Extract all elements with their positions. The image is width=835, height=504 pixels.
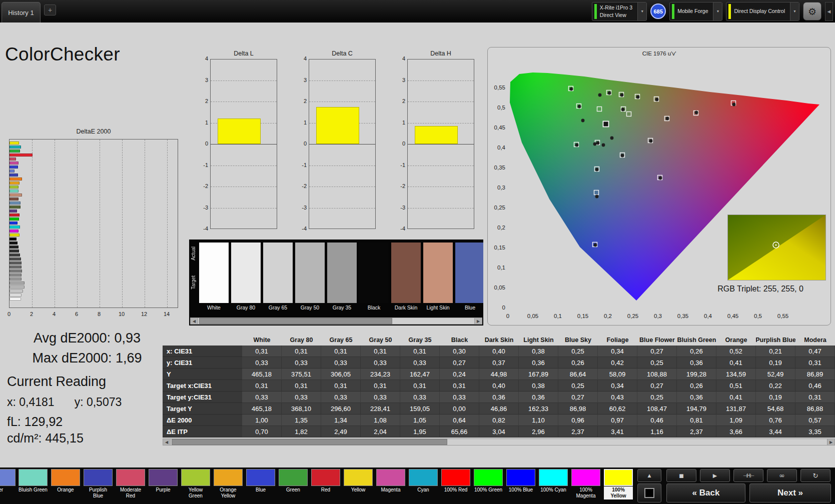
patch-blue[interactable]: Blue	[246, 469, 275, 500]
swatch-label: Blue	[455, 304, 483, 310]
actual-axis-label: Actual	[191, 246, 196, 260]
chevron-down-icon[interactable]: ▼	[790, 2, 799, 20]
meter-profile-badge[interactable]: 685	[650, 4, 666, 19]
patch-purplish-blue[interactable]: Purplish Blue	[84, 469, 113, 500]
cie-measured-dot	[655, 98, 659, 102]
meter-line2: Direct View	[600, 12, 632, 18]
delta-gridline	[408, 80, 474, 81]
tab-history-1[interactable]: History 1	[2, 2, 41, 22]
patch-orange[interactable]: Orange	[51, 469, 80, 500]
scrollbar-thumb[interactable]	[199, 318, 392, 324]
table-cell: 0,40	[479, 380, 519, 392]
collapse-panel-icon[interactable]: ◀	[825, 2, 833, 21]
patch-100-blue[interactable]: 100% Blue	[506, 469, 535, 500]
patch-yellow-green[interactable]: Yellow Green	[181, 469, 210, 500]
chevron-down-icon[interactable]: ▼	[713, 2, 722, 20]
table-cell: 0,31	[242, 380, 282, 392]
patch-100-green[interactable]: 100% Green	[474, 469, 503, 500]
table-cell: 134,59	[716, 368, 756, 380]
delta-y-tick-label: 4	[394, 56, 405, 62]
delta-chart-delta-c: Delta C43210-1-2-3-4	[296, 50, 388, 246]
patch-100-cyan[interactable]: 100% Cyan	[539, 469, 568, 500]
stop-button[interactable]: ■	[666, 469, 696, 482]
table-row-label: ΔE ITP	[163, 426, 242, 438]
patch-color-swatch	[84, 469, 113, 486]
delta-y-tick-label: 2	[296, 98, 307, 104]
patch-moderate-red[interactable]: Moderate Red	[116, 469, 145, 500]
de-patch-bar	[10, 190, 19, 192]
table-cell: 131,87	[716, 403, 756, 414]
scroll-left-icon[interactable]: ◀	[163, 439, 171, 445]
table-cell: 368,10	[282, 403, 321, 414]
pattern-square-icon	[644, 488, 654, 498]
source-selector[interactable]: Mobile Forge ▼	[669, 2, 722, 21]
measure-button[interactable]: ⊣H⊢	[733, 469, 763, 482]
scroll-right-icon[interactable]: ▶	[827, 439, 834, 445]
scrollbar-track[interactable]	[198, 318, 474, 324]
patch-bluish-green[interactable]: Bluish Green	[19, 469, 48, 500]
patch-100-yellow[interactable]: 100% Yellow	[604, 469, 633, 500]
patch-100-magenta[interactable]: 100% Magenta	[571, 469, 600, 500]
gear-icon[interactable]: ⚙	[803, 2, 821, 20]
scrollbar-thumb[interactable]	[172, 439, 447, 445]
meter-selector[interactable]: X-Rite i1Pro 3 Direct View ▼	[592, 2, 647, 21]
add-tab-button[interactable]: +	[44, 4, 56, 16]
scrollbar-track[interactable]	[171, 439, 827, 445]
back-button[interactable]: « Back	[666, 484, 745, 502]
patch-er[interactable]: er	[0, 469, 16, 500]
cie-locus-fill	[488, 48, 830, 325]
table-cell: 1,82	[282, 426, 321, 438]
pattern-window-button[interactable]	[637, 484, 661, 502]
target-axis-label: Target	[191, 276, 196, 290]
delta-gridline	[309, 186, 375, 187]
delta-y-tick-label: 4	[296, 56, 307, 62]
table-row-label: Target x:CIE31	[163, 380, 242, 392]
patch-orange-yellow[interactable]: Orange Yellow	[214, 469, 243, 500]
patch-yellow[interactable]: Yellow	[344, 469, 373, 500]
table-cell: 0,52	[716, 346, 756, 357]
table-cell: 52,49	[756, 368, 795, 380]
delta-chart-delta-l: Delta L43210-1-2-3-4	[197, 50, 289, 246]
table-cell: 0,82	[479, 414, 519, 426]
continuous-measure-button[interactable]: ∞	[767, 469, 797, 482]
table-cell: 108,47	[637, 403, 677, 414]
cie-x-tick-label: 0,1	[554, 313, 562, 319]
table-cell: 162,33	[519, 403, 558, 414]
patch-label: 100% Cyan	[539, 486, 568, 500]
delta-y-tick-label: 0	[296, 140, 307, 146]
inset-point-dot	[775, 244, 777, 246]
delta-chart-plot	[210, 59, 277, 229]
expand-up-button[interactable]: ▲	[637, 469, 661, 482]
patch-red[interactable]: Red	[311, 469, 340, 500]
next-button[interactable]: Next »	[749, 484, 831, 502]
delta-gridline	[408, 186, 474, 187]
table-column-header: Dark Skin	[479, 334, 519, 346]
refresh-button[interactable]: ↻	[800, 469, 830, 482]
de-patch-bar	[10, 294, 22, 296]
patch-purple[interactable]: Purple	[149, 469, 178, 500]
table-scrollbar[interactable]: ◀ ▶	[163, 438, 835, 446]
play-button[interactable]: ▶	[700, 469, 730, 482]
table-cell: 0,21	[756, 346, 795, 357]
scroll-right-icon[interactable]: ▶	[474, 318, 482, 324]
table-cell: 0,34	[598, 346, 637, 357]
patch-cyan[interactable]: Cyan	[409, 469, 438, 500]
display-control-selector[interactable]: Direct Display Control ▼	[726, 2, 799, 21]
swatch-strip: Actual Target WhiteGray 80Gray 65Gray 50…	[189, 240, 483, 326]
chevron-down-icon[interactable]: ▼	[637, 2, 646, 20]
cie-measured-dot	[578, 105, 581, 108]
scroll-left-icon[interactable]: ◀	[191, 318, 198, 324]
delta-gridline	[211, 166, 277, 166]
patch-100-red[interactable]: 100% Red	[441, 469, 470, 500]
swatch-scrollbar[interactable]: ◀ ▶	[190, 318, 482, 324]
patch-color-swatch	[246, 469, 275, 486]
patch-magenta[interactable]: Magenta	[376, 469, 405, 500]
de-patch-bar	[10, 154, 33, 156]
table-cell: 0,41	[716, 392, 756, 403]
deltae2000-plot	[9, 139, 178, 308]
swatch-label: Gray 50	[295, 304, 325, 310]
table-cell: 0,33	[321, 392, 361, 403]
patch-green[interactable]: Green	[279, 469, 308, 500]
patch-label: 100% Blue	[506, 486, 535, 500]
table-column-header: Orange	[716, 334, 756, 346]
